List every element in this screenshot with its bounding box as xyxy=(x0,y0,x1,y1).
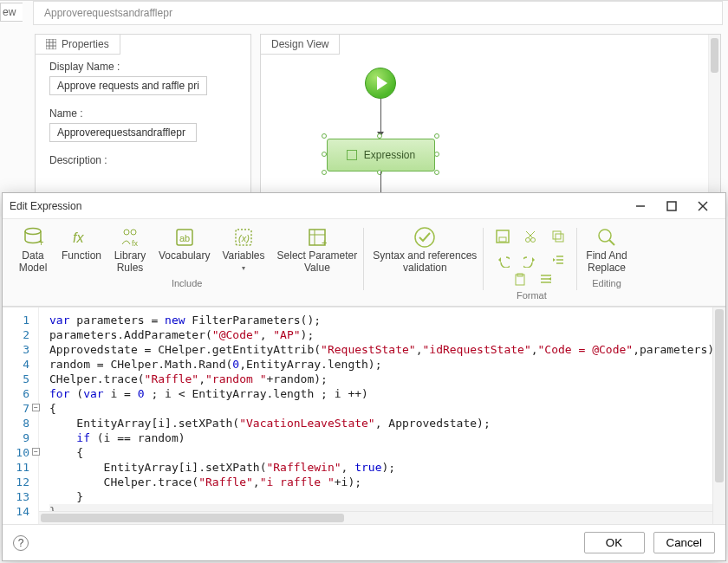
check-circle-icon xyxy=(413,226,436,249)
svg-rect-30 xyxy=(553,231,561,239)
tab-properties[interactable]: Properties xyxy=(35,34,120,55)
svg-point-9 xyxy=(25,229,41,235)
cancel-button[interactable]: Cancel xyxy=(653,532,716,553)
svg-text:fx: fx xyxy=(132,239,139,248)
design-scrollbar[interactable] xyxy=(708,35,720,216)
syntax-validation-label: Syntax and references validation xyxy=(373,250,477,275)
svg-point-23 xyxy=(415,228,434,247)
library-rules-button[interactable]: fx Library Rules xyxy=(112,224,148,276)
svg-line-41 xyxy=(609,240,614,245)
dialog-title: Edit Expression xyxy=(10,200,81,212)
document-title-bar: Approverequestsandrafflepr xyxy=(33,1,723,25)
svg-text:+: + xyxy=(38,236,43,248)
select-parameter-value-button[interactable]: + Select Parameter Value xyxy=(276,224,360,276)
editor-vertical-scrollbar[interactable] xyxy=(712,307,725,524)
display-name-field[interactable]: Approve requests and raffle pri xyxy=(49,76,207,95)
svg-point-27 xyxy=(531,238,536,243)
editor-horizontal-scrollbar[interactable] xyxy=(39,511,712,524)
undo-button[interactable] xyxy=(494,252,511,269)
design-view-panel: Design View Expression xyxy=(260,34,721,217)
parameter-value-icon: + xyxy=(306,226,328,249)
tab-properties-label: Properties xyxy=(62,38,109,50)
save-button[interactable] xyxy=(494,228,511,245)
syntax-validation-button[interactable]: Syntax and references validation xyxy=(371,224,478,276)
vocabulary-label: Vocabulary xyxy=(159,250,210,262)
vocabulary-button[interactable]: ab Vocabulary xyxy=(157,224,211,264)
cut-button[interactable] xyxy=(522,228,539,245)
format-caption: Format xyxy=(517,288,547,304)
find-replace-label: Find And Replace xyxy=(586,250,627,275)
variables-button[interactable]: (x) Variables ▾ xyxy=(220,224,266,274)
code-area[interactable]: var parameters = new FilterParameters();… xyxy=(39,307,725,524)
svg-text:fx: fx xyxy=(73,230,84,245)
function-icon: fx xyxy=(70,226,93,249)
tab-design-view[interactable]: Design View xyxy=(260,34,340,55)
ok-button[interactable]: OK xyxy=(584,532,645,553)
variables-icon: (x) xyxy=(232,226,255,249)
ribbon-toolbar: + Data Model fx Function fx Library Rule… xyxy=(3,219,725,307)
background-window: ew Approverequestsandrafflepr Properties… xyxy=(0,0,728,217)
left-dock-tab[interactable]: ew xyxy=(0,3,23,22)
properties-panel: Properties Display Name : Approve reques… xyxy=(35,34,251,217)
dialog-footer: ? OK Cancel xyxy=(3,524,725,560)
code-editor[interactable]: 1234567−8910−11121314 var parameters = n… xyxy=(3,307,725,524)
library-rules-icon: fx xyxy=(119,226,141,249)
svg-text:ab: ab xyxy=(179,233,190,243)
svg-rect-6 xyxy=(667,202,676,210)
svg-point-26 xyxy=(526,238,530,243)
line-number-gutter: 1234567−8910−11121314 xyxy=(3,307,39,524)
select-parameter-value-label: Select Parameter Value xyxy=(277,250,358,275)
svg-point-13 xyxy=(131,230,136,235)
editing-caption: Editing xyxy=(592,276,621,292)
tab-design-view-label: Design View xyxy=(271,38,328,50)
name-label: Name : xyxy=(49,107,237,120)
svg-line-29 xyxy=(528,231,535,238)
expression-node[interactable]: Expression xyxy=(327,139,435,171)
grid-icon xyxy=(46,39,56,49)
help-button[interactable]: ? xyxy=(13,535,29,551)
redo-button[interactable] xyxy=(522,252,539,269)
expression-node-label: Expression xyxy=(364,149,415,161)
description-label: Description : xyxy=(49,154,237,166)
indent-button[interactable] xyxy=(537,271,555,288)
data-model-label: Data Model xyxy=(19,250,48,275)
library-rules-label: Library Rules xyxy=(114,250,146,275)
variables-label: Variables xyxy=(222,250,264,262)
svg-rect-31 xyxy=(556,234,563,242)
include-caption: Include xyxy=(172,276,202,292)
svg-text:(x): (x) xyxy=(238,233,250,243)
paste-button[interactable] xyxy=(511,271,529,288)
maximize-button[interactable] xyxy=(656,194,687,218)
expression-icon xyxy=(347,150,357,160)
name-field[interactable]: Approverequestsandrafflepr xyxy=(49,123,197,142)
svg-rect-0 xyxy=(46,39,56,49)
svg-point-40 xyxy=(599,230,611,242)
minimize-button[interactable] xyxy=(625,194,656,218)
close-button[interactable] xyxy=(687,194,718,218)
chevron-down-icon: ▾ xyxy=(242,264,245,272)
outdent-button[interactable] xyxy=(549,252,567,269)
dialog-titlebar[interactable]: Edit Expression xyxy=(3,193,725,219)
find-replace-button[interactable]: Find And Replace xyxy=(584,224,628,276)
svg-rect-25 xyxy=(499,237,506,242)
data-model-button[interactable]: + Data Model xyxy=(15,224,51,276)
display-name-label: Display Name : xyxy=(49,61,237,73)
copy-button[interactable] xyxy=(549,228,567,245)
svg-text:+: + xyxy=(322,237,327,248)
svg-line-28 xyxy=(526,231,533,238)
edit-expression-dialog: Edit Expression + Data Model fx Function… xyxy=(2,192,726,561)
search-icon xyxy=(595,226,618,249)
validation-caption xyxy=(424,276,426,292)
database-icon: + xyxy=(22,226,44,249)
svg-point-12 xyxy=(124,230,129,235)
connector-line xyxy=(380,99,381,133)
function-button[interactable]: fx Function xyxy=(60,224,103,264)
vocabulary-icon: ab xyxy=(173,226,196,249)
document-title: Approverequestsandrafflepr xyxy=(44,7,172,19)
start-node[interactable] xyxy=(365,68,396,99)
function-label: Function xyxy=(62,250,101,262)
svg-rect-24 xyxy=(497,230,509,243)
